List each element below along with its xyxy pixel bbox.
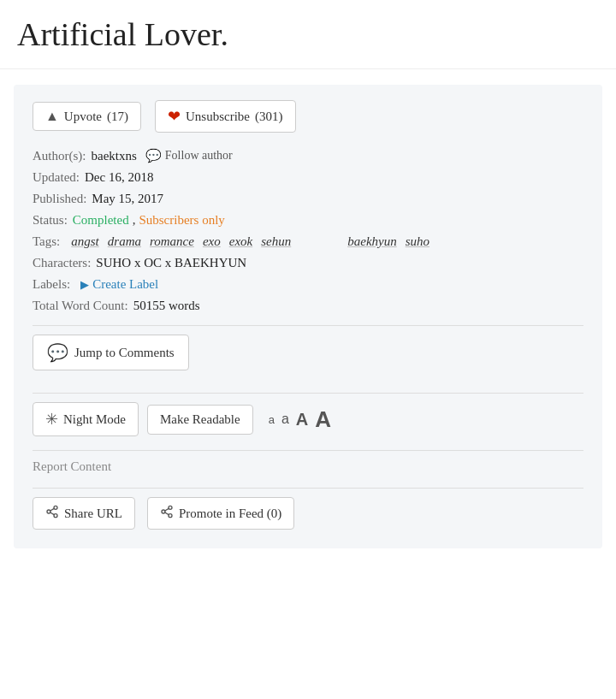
tag-exok[interactable]: exok [227, 234, 255, 249]
tag-suho[interactable]: suho [403, 234, 432, 249]
tag-baekhyun[interactable]: baekhyun [345, 234, 399, 249]
updated-row: Updated: Dec 16, 2018 [33, 170, 583, 185]
font-size-controls: a a A A [262, 403, 338, 436]
status-completed: Completed [73, 213, 129, 228]
unsubscribe-count: (301) [255, 110, 283, 124]
characters-label: Characters: [33, 256, 91, 270]
published-value: May 15, 2017 [92, 192, 163, 206]
promote-icon [160, 505, 174, 522]
share-url-icon [45, 505, 59, 522]
labels-row: Labels: ▶ Create Label [33, 277, 583, 292]
labels-label: Labels: [33, 277, 70, 292]
follow-author-label: Follow author [165, 149, 233, 163]
sun-icon: ✳ [45, 410, 58, 429]
word-count-row: Total Word Count: 50155 words [33, 299, 583, 313]
word-count-value: 50155 words [133, 299, 200, 313]
tag-angst[interactable]: angst [68, 234, 102, 249]
jump-comments-button[interactable]: 💬 Jump to Comments [33, 335, 189, 370]
status-row: Status: Completed , Subscribers only [33, 213, 583, 228]
promote-feed-button[interactable]: Promote in Feed (0) [147, 497, 294, 530]
tag-sehun[interactable]: sehun [258, 234, 293, 249]
published-row: Published: May 15, 2017 [33, 192, 583, 206]
make-readable-label: Make Readable [160, 412, 240, 427]
upvote-icon: ▲ [45, 109, 59, 124]
make-readable-button[interactable]: Make Readable [147, 405, 253, 435]
create-label-button[interactable]: ▶ Create Label [80, 277, 158, 292]
characters-row: Characters: SUHO x OC x BAEKHYUN [33, 256, 583, 270]
tag-romance[interactable]: romance [147, 234, 197, 249]
divider-3 [33, 450, 583, 451]
divider-4 [33, 488, 583, 489]
page-title: Artificial Lover. [0, 0, 616, 69]
night-mode-button[interactable]: ✳ Night Mode [33, 402, 139, 436]
published-label: Published: [33, 192, 86, 206]
upvote-button[interactable]: ▲ Upvote (17) [33, 102, 141, 131]
heart-icon: ❤ [168, 107, 181, 126]
font-size-large[interactable]: A [296, 410, 308, 429]
authors-row: Author(s): baektxns 💬 Follow author [33, 148, 583, 163]
authors-label: Author(s): [33, 149, 86, 163]
comments-icon: 💬 [47, 342, 68, 363]
characters-value: SUHO x OC x BAEKHYUN [96, 256, 246, 270]
svg-line-3 [50, 512, 55, 515]
report-row: Report Content [33, 459, 583, 474]
info-card: ▲ Upvote (17) ❤ Unsubscribe (301) Author… [14, 85, 602, 548]
svg-line-8 [165, 512, 169, 515]
status-subscribers: Subscribers only [139, 213, 224, 228]
night-mode-label: Night Mode [63, 412, 126, 427]
divider-1 [33, 325, 583, 326]
status-separator: , [133, 213, 136, 228]
tag-drama[interactable]: drama [105, 234, 144, 249]
create-label-text: Create Label [92, 277, 158, 292]
jump-comments-label: Jump to Comments [74, 346, 175, 360]
font-size-xlarge[interactable]: A [315, 406, 331, 433]
share-url-button[interactable]: Share URL [33, 497, 135, 530]
unsubscribe-button[interactable]: ❤ Unsubscribe (301) [155, 100, 296, 133]
report-content-link[interactable]: Report Content [33, 459, 111, 473]
follow-icon: 💬 [145, 148, 162, 163]
unsubscribe-label: Unsubscribe [186, 110, 250, 124]
share-row: Share URL Promote in Feed (0) [33, 497, 583, 530]
svg-line-9 [165, 508, 169, 511]
share-url-label: Share URL [64, 506, 122, 521]
tags-row: Tags: angst drama romance exo exok sehun… [33, 234, 583, 249]
tags-label: Tags: [33, 234, 60, 249]
upvote-count: (17) [107, 110, 128, 124]
authors-value: baektxns [92, 149, 137, 163]
action-row: ▲ Upvote (17) ❤ Unsubscribe (301) [33, 100, 583, 133]
tag-exo[interactable]: exo [200, 234, 223, 249]
promote-label: Promote in Feed (0) [179, 506, 281, 521]
follow-author-button[interactable]: 💬 Follow author [145, 148, 233, 163]
upvote-label: Upvote [64, 110, 102, 124]
font-size-medium[interactable]: a [281, 412, 289, 427]
tools-row: ✳ Night Mode Make Readable a a A A [33, 402, 583, 436]
create-label-icon: ▶ [80, 278, 89, 292]
updated-value: Dec 16, 2018 [85, 170, 153, 185]
status-label: Status: [33, 213, 68, 228]
font-size-small[interactable]: a [269, 413, 275, 426]
word-count-label: Total Word Count: [33, 299, 128, 313]
svg-line-4 [50, 508, 55, 511]
divider-2 [33, 393, 583, 394]
updated-label: Updated: [33, 170, 80, 185]
